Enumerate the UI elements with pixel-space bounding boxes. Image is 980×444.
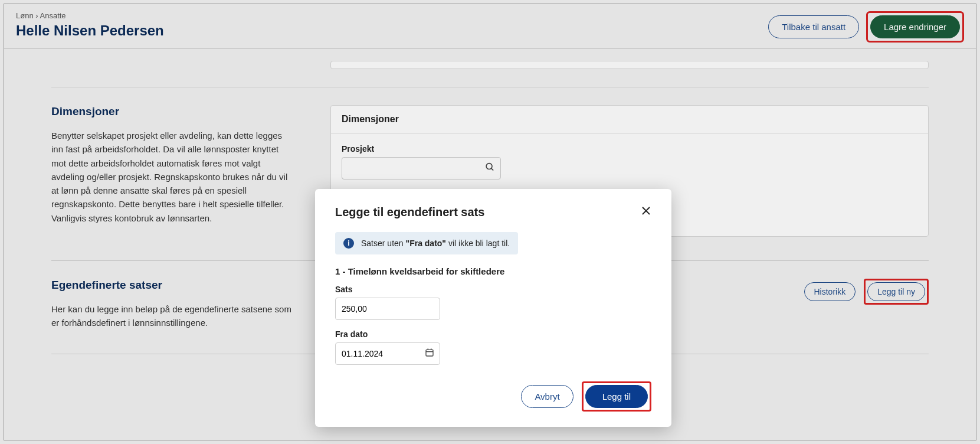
info-text-post: vil ikke bli lagt til. xyxy=(446,239,510,248)
fra-dato-label: Fra dato xyxy=(335,329,651,339)
info-icon: i xyxy=(343,238,354,249)
modal-title: Legge til egendefinert sats xyxy=(335,205,484,219)
info-message: i Satser uten "Fra dato" vil ikke bli la… xyxy=(335,232,518,254)
close-icon[interactable] xyxy=(641,205,651,219)
info-text-pre: Satser uten xyxy=(361,239,406,248)
svg-rect-4 xyxy=(426,350,433,356)
calendar-icon[interactable] xyxy=(425,348,434,360)
sats-input[interactable] xyxy=(335,298,440,320)
add-custom-rate-modal: Legge til egendefinert sats i Satser ute… xyxy=(315,189,671,427)
info-text-bold: "Fra dato" xyxy=(406,239,447,248)
avbryt-button[interactable]: Avbryt xyxy=(521,385,573,408)
sats-label: Sats xyxy=(335,285,651,294)
legg-til-button[interactable]: Legg til xyxy=(585,385,648,408)
modal-subtitle: 1 - Timelønn kveldsarbeid for skiftleder… xyxy=(335,266,651,276)
